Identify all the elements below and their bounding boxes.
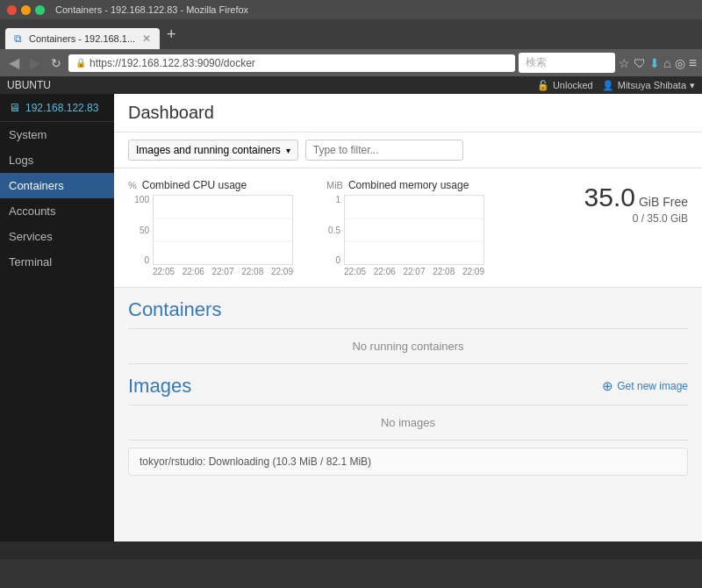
server-icon: 🖥 [9,101,20,114]
mem-x-4: 22:09 [462,267,484,276]
user-icon: 👤 [602,80,614,91]
status-bar [0,541,702,559]
bookmark-icon[interactable]: ☆ [619,56,630,70]
user-menu[interactable]: 👤 Mitsuya Shibata ▾ [602,80,695,91]
memory-chart-graph: 22:05 22:06 22:07 22:08 22:09 [344,195,511,276]
charts-section: % Combined CPU usage 100 50 0 [114,169,702,288]
new-tab-button[interactable]: + [160,22,183,47]
minimize-traffic-light[interactable] [21,5,31,15]
lock-status: 🔓 Unlocked [537,80,593,91]
memory-free-value: 35.0 [584,183,635,212]
get-new-image-button[interactable]: ⊕ Get new image [602,378,688,394]
url-text: https://192.168.122.83:9090/docker [90,57,508,69]
memory-chart-area: 1 0.5 0 22:05 22:06 22:07 [326,195,511,276]
traffic-lights [7,5,45,15]
tab-close-icon[interactable]: ✕ [142,32,151,45]
menu-bar: UBUNTU 🔓 Unlocked 👤 Mitsuya Shibata ▾ [0,76,702,94]
cpu-chart-svg [153,195,293,265]
containers-section: Containers No running containers [114,288,702,364]
memory-free-display: 35.0 GiB Free [584,183,688,212]
download-icon[interactable]: ⬇ [649,56,660,70]
cpu-y-0: 0 [128,255,149,265]
browser-chrome: Containers - 192.168.122.83 - Mozilla Fi… [0,0,702,19]
sidebar: 🖥 192.168.122.83 System Logs Containers … [0,94,114,541]
memory-unit-label: MiB [326,180,343,190]
lock-status-label: Unlocked [553,80,593,90]
sidebar-hostname[interactable]: 🖥 192.168.122.83 [0,94,114,122]
download-progress-bar: tokyor/rstudio: Downloading (10.3 MiB / … [128,448,688,476]
cpu-x-0: 22:05 [153,267,175,276]
maximize-traffic-light[interactable] [35,5,45,15]
sidebar-item-terminal[interactable]: Terminal [0,249,114,275]
privacy-icon[interactable]: ◎ [675,56,685,70]
sidebar-item-system[interactable]: System [0,122,114,147]
filter-input[interactable] [305,140,463,161]
close-traffic-light[interactable] [7,5,17,15]
page-title: Dashboard [128,103,688,123]
containers-title: Containers [128,298,688,321]
back-button[interactable]: ◀ [5,54,23,72]
tab-label: Containers - 192.168.1... [29,33,135,44]
toolbar-row: Images and running containers ▾ [114,133,702,169]
memory-chart-svg [344,195,484,265]
memory-x-labels: 22:05 22:06 22:07 22:08 22:09 [344,267,484,276]
get-new-image-label: Get new image [617,380,688,392]
sidebar-item-containers[interactable]: Containers [0,173,114,198]
cpu-x-1: 22:06 [183,267,204,276]
sidebar-item-logs[interactable]: Logs [0,147,114,173]
refresh-button[interactable]: ↻ [47,55,65,71]
svg-rect-0 [154,196,293,265]
cpu-y-50: 50 [128,226,149,235]
ubuntu-menu-item[interactable]: UBUNTU [7,79,51,91]
dropdown-arrow-icon: ▾ [286,146,290,155]
app-container: 🖥 192.168.122.83 System Logs Containers … [0,94,702,541]
memory-total-display: 0 / 35.0 GiB [633,212,688,225]
svg-rect-3 [345,196,484,265]
url-bar[interactable]: 🔒 https://192.168.122.83:9090/docker [68,54,515,72]
shield-icon[interactable]: 🛡 [634,56,646,70]
images-empty-message: No images [128,405,688,441]
cpu-x-2: 22:07 [211,267,233,276]
forward-button[interactable]: ▶ [26,54,44,72]
cpu-y-labels: 100 50 0 [128,195,153,265]
images-header-row: Images ⊕ Get new image [128,375,688,398]
cpu-chart-title: Combined CPU usage [142,179,247,191]
cpu-y-100: 100 [128,195,149,204]
memory-y-labels: 1 0.5 0 [326,195,344,265]
hostname-label: 192.168.122.83 [25,102,98,114]
tab-bar: ⧉ Containers - 192.168.1... ✕ + [0,19,702,49]
menu-bar-right: 🔓 Unlocked 👤 Mitsuya Shibata ▾ [537,80,695,91]
cpu-x-4: 22:09 [271,267,293,276]
tab-favicon: ⧉ [14,32,22,45]
lock-icon: 🔒 [75,58,86,68]
mem-x-1: 22:06 [374,267,396,276]
cpu-unit-label: % [128,180,137,190]
main-content: Dashboard Images and running containers … [114,94,702,541]
cpu-x-labels: 22:05 22:06 22:07 22:08 22:09 [153,267,293,276]
cpu-chart-area: 100 50 0 22:05 22:06 22:07 [128,195,312,276]
search-box[interactable]: 検索 [519,53,615,73]
memory-free-unit-label: GiB Free [639,195,688,209]
mem-x-0: 22:05 [344,267,366,276]
cpu-chart-graph: 22:05 22:06 22:07 22:08 22:09 [153,195,312,276]
browser-tab[interactable]: ⧉ Containers - 192.168.1... ✕ [5,28,160,49]
username-label: Mitsuya Shibata [618,80,686,90]
address-bar: ◀ ▶ ↻ 🔒 https://192.168.122.83:9090/dock… [0,49,702,76]
lock-status-icon: 🔓 [537,80,549,91]
download-progress-text: tokyor/rstudio: Downloading (10.3 MiB / … [140,455,371,468]
sidebar-item-accounts[interactable]: Accounts [0,198,114,224]
home-icon[interactable]: ⌂ [663,56,670,70]
memory-chart-title-row: MiB Combined memory usage [326,179,511,191]
search-placeholder: 検索 [526,56,547,68]
memory-free-info: 35.0 GiB Free 0 / 35.0 GiB [584,179,688,225]
menu-bar-left: UBUNTU [7,79,51,91]
main-header: Dashboard [114,94,702,133]
memory-y-0: 0 [326,255,340,265]
memory-chart-container: MiB Combined memory usage 1 0.5 0 [326,179,511,276]
memory-chart-title: Combined memory usage [348,179,469,191]
filter-dropdown[interactable]: Images and running containers ▾ [128,140,298,161]
plus-circle-icon: ⊕ [602,378,613,394]
menu-icon[interactable]: ≡ [689,55,697,71]
containers-empty-message: No running containers [128,328,688,364]
sidebar-item-services[interactable]: Services [0,224,114,249]
